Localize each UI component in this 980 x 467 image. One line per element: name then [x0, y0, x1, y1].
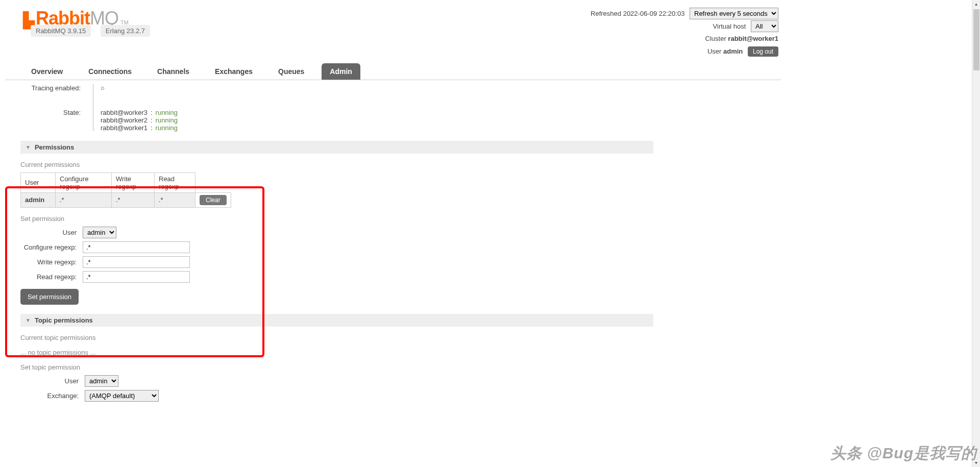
node-status: running [156, 124, 178, 132]
col-conf: Configure regexp [56, 173, 112, 192]
sp-user-label: User [20, 229, 83, 236]
no-topic-permissions-text: ... no topic permissions ... [20, 349, 653, 356]
perm-conf: .* [56, 192, 112, 207]
user-label: User [707, 47, 721, 55]
set-permission-button[interactable]: Set permission [20, 289, 79, 305]
sp-write-label: Write regexp: [20, 258, 83, 266]
permissions-table: User Configure regexp Write regexp Read … [20, 173, 231, 208]
node-status: running [156, 109, 178, 116]
refreshed-text: Refreshed 2022-06-09 22:20:03 [591, 10, 684, 17]
scroll-up-icon[interactable]: ▴ [972, 0, 980, 8]
refresh-interval-select[interactable]: Refresh every 5 seconds [690, 8, 778, 19]
tab-connections[interactable]: Connections [80, 63, 140, 80]
tracing-value: ○ [101, 84, 105, 92]
logo: ▙ RabbitMQ TM RabbitMQ 3.9.15 Erlang 23.… [5, 8, 150, 41]
tab-channels[interactable]: Channels [149, 63, 198, 80]
perm-write: .* [112, 192, 155, 207]
set-permission-title: Set permission [20, 215, 653, 223]
current-permissions-title: Current permissions [20, 161, 653, 168]
col-write: Write regexp [112, 173, 155, 192]
permission-row: admin .* .* .* Clear [21, 192, 231, 207]
vhost-label: Virtual host [713, 22, 746, 30]
perm-read: .* [155, 192, 195, 207]
topic-permissions-section-header[interactable]: ▼ Topic permissions [20, 314, 653, 327]
perm-user: admin [25, 196, 44, 204]
node-row: rabbit@worker1: running [101, 124, 178, 132]
sp-conf-label: Configure regexp: [20, 243, 83, 251]
version-badge: RabbitMQ 3.9.15 [31, 25, 91, 37]
tab-overview[interactable]: Overview [23, 63, 71, 80]
erlang-badge: Erlang 23.2.7 [101, 25, 150, 37]
tab-admin[interactable]: Admin [322, 63, 360, 80]
main-tabs: Overview Connections Channels Exchanges … [5, 63, 781, 80]
node-name: rabbit@worker3 [101, 109, 148, 116]
tp-exchange-select[interactable]: (AMQP default) [85, 390, 159, 402]
sp-read-input[interactable] [83, 271, 190, 283]
sp-conf-input[interactable] [83, 241, 190, 253]
user-value: admin [723, 47, 743, 55]
col-user: User [21, 173, 56, 192]
set-topic-permission-title: Set topic permission [20, 363, 653, 371]
node-name: rabbit@worker1 [101, 124, 148, 132]
topic-permissions-title: Topic permissions [35, 316, 93, 324]
tab-queues[interactable]: Queues [270, 63, 312, 80]
cluster-value: rabbit@worker1 [728, 35, 778, 42]
vhost-select[interactable]: All [751, 20, 778, 32]
collapse-icon: ▼ [26, 144, 31, 150]
scroll-thumb[interactable] [973, 9, 979, 70]
sp-write-input[interactable] [83, 256, 190, 268]
tab-exchanges[interactable]: Exchanges [207, 63, 261, 80]
logout-button[interactable]: Log out [748, 46, 778, 57]
node-name: rabbit@worker2 [101, 116, 148, 124]
sp-user-select[interactable]: admin [83, 227, 116, 238]
tp-exchange-label: Exchange: [46, 392, 85, 400]
cluster-label: Cluster [705, 35, 726, 42]
state-label: State: [20, 95, 86, 116]
window-scrollbar[interactable]: ▴ ▾ [972, 0, 980, 405]
permissions-title: Permissions [35, 143, 74, 151]
node-row: rabbit@worker3: running [101, 109, 178, 116]
collapse-icon: ▼ [26, 317, 31, 323]
permissions-section-header[interactable]: ▼ Permissions [20, 141, 653, 154]
sp-read-label: Read regexp: [20, 273, 83, 281]
clear-button[interactable]: Clear [200, 195, 227, 205]
tracing-label: Tracing enabled: [20, 84, 86, 92]
tp-user-select[interactable]: admin [85, 375, 118, 387]
current-topic-permissions-title: Current topic permissions [20, 334, 653, 341]
tp-user-label: User [46, 377, 85, 385]
node-status: running [156, 116, 178, 124]
col-read: Read regexp [155, 173, 195, 192]
node-row: rabbit@worker2: running [101, 116, 178, 124]
